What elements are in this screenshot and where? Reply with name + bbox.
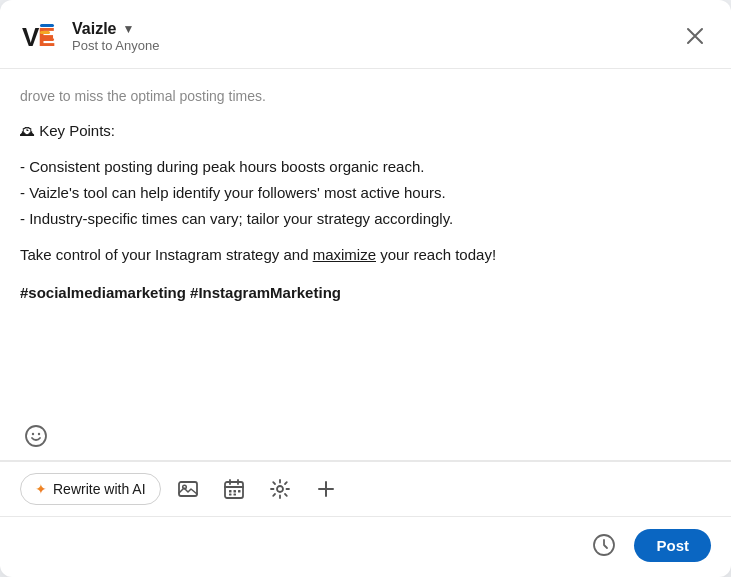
svg-point-6: [26, 426, 46, 446]
cta-text: Take control of your Instagram strategy …: [20, 243, 711, 267]
svg-rect-13: [233, 490, 236, 493]
svg-rect-4: [40, 31, 50, 34]
post-visibility: Post to Anyone: [72, 38, 159, 53]
post-button[interactable]: Post: [634, 529, 711, 562]
bullet-item-1: - Consistent posting during peak hours b…: [20, 155, 711, 179]
svg-point-7: [32, 433, 34, 435]
close-button[interactable]: [679, 20, 711, 52]
faded-text: drove to miss the optimal posting times.: [20, 85, 711, 107]
brand-info: Vaizle ▼ Post to Anyone: [72, 20, 159, 53]
rewrite-with-ai-button[interactable]: ✦ Rewrite with AI: [20, 473, 161, 505]
svg-rect-9: [179, 482, 197, 496]
svg-rect-16: [233, 494, 236, 496]
modal-footer: Post: [0, 516, 731, 577]
modal-container: V E Vaizle ▼ Post to Anyone: [0, 0, 731, 577]
modal-header: V E Vaizle ▼ Post to Anyone: [0, 0, 731, 69]
hashtags: #socialmediamarketing #InstagramMarketin…: [20, 281, 711, 305]
bullet-item-3: - Industry-specific times can vary; tail…: [20, 207, 711, 231]
post-content-area[interactable]: drove to miss the optimal posting times.…: [0, 69, 731, 420]
schedule-button[interactable]: [586, 527, 622, 563]
ai-sparkle-icon: ✦: [35, 481, 47, 497]
cta-text-before: Take control of your Instagram strategy …: [20, 246, 313, 263]
dropdown-arrow-icon[interactable]: ▼: [122, 22, 134, 36]
brand-section: V E Vaizle ▼ Post to Anyone: [20, 16, 159, 56]
svg-rect-12: [229, 490, 232, 493]
brand-name-row: Vaizle ▼: [72, 20, 159, 38]
image-upload-button[interactable]: [169, 472, 207, 506]
key-points-section: 🕰 Key Points:: [20, 119, 711, 143]
bullet-item-2: - Vaizle's tool can help identify your f…: [20, 181, 711, 205]
calendar-button[interactable]: [215, 472, 253, 506]
brand-name: Vaizle: [72, 20, 116, 38]
modal-toolbar: ✦ Rewrite with AI: [0, 461, 731, 516]
key-points-header: 🕰 Key Points:: [20, 119, 711, 143]
settings-button[interactable]: [261, 472, 299, 506]
add-button[interactable]: [307, 472, 345, 506]
svg-point-8: [38, 433, 40, 435]
svg-rect-14: [238, 490, 241, 493]
svg-point-17: [277, 486, 283, 492]
vaizle-logo: V E: [20, 16, 60, 56]
svg-rect-15: [229, 494, 232, 496]
cta-text-after: your reach today!: [376, 246, 496, 263]
svg-rect-3: [40, 24, 54, 27]
svg-rect-5: [40, 38, 54, 41]
cta-link: maximize: [313, 246, 376, 263]
emoji-button[interactable]: [20, 420, 52, 452]
emoji-section: [0, 420, 731, 460]
bullet-list: - Consistent posting during peak hours b…: [20, 155, 711, 231]
rewrite-btn-label: Rewrite with AI: [53, 481, 146, 497]
